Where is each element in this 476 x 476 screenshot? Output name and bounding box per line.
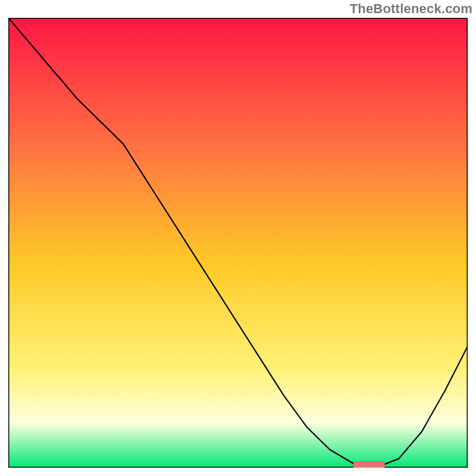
optimal-marker <box>353 462 385 468</box>
watermark-text: TheBottleneck.com <box>350 1 472 17</box>
gradient-background <box>8 18 468 468</box>
chart-container: TheBottleneck.com <box>0 0 476 476</box>
plot-area <box>8 18 468 468</box>
chart-svg <box>8 18 468 468</box>
